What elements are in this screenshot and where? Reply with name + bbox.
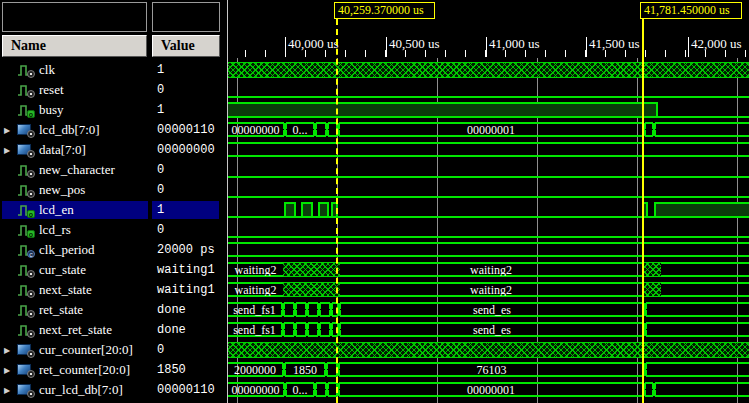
signal-name-label: lcd_rs (39, 222, 71, 238)
cursor-time-label[interactable]: 40,259.370000 us (334, 2, 435, 19)
signal-badge-dot (27, 290, 35, 298)
expand-arrow-icon[interactable]: ▶ (2, 346, 17, 355)
bus-value-label: 00000001 (340, 124, 642, 136)
signal-name-cell[interactable]: ▶ret_counter[20:0] (2, 361, 148, 379)
expand-arrow-icon[interactable]: ▶ (2, 146, 17, 155)
wave-edge (646, 202, 648, 218)
scalar-signal-icon (17, 83, 34, 97)
ruler-major-tick (586, 37, 587, 57)
cursor-line-solid[interactable] (642, 19, 644, 403)
signal-name-cell[interactable]: ▶data[7:0] (2, 141, 148, 159)
expand-arrow-icon[interactable]: ▶ (2, 386, 17, 395)
signal-name-cell[interactable]: olcd_rs (2, 221, 148, 239)
wave-high-fill (655, 204, 749, 216)
signal-badge-dot (27, 370, 35, 378)
signal-value: 1 (152, 101, 219, 119)
signal-name-cell[interactable]: new_character (2, 161, 148, 179)
bus-bottom-rail (285, 315, 293, 317)
wave-low-line (228, 236, 749, 238)
wave-edge (331, 202, 333, 218)
signal-name-cell[interactable]: ▶lcd_db[7:0] (2, 121, 148, 139)
signal-badge-dot (27, 350, 35, 358)
cursor-time-label[interactable]: 41,781.450000 us (640, 2, 742, 19)
signal-name-label: cur_state (39, 262, 86, 278)
signal-name-cell[interactable]: clk (2, 61, 148, 79)
bus-top-rail (285, 302, 293, 304)
signal-row-ret_counter[20:0][interactable]: ▶ret_counter[20:0]1850 (0, 360, 227, 380)
signal-row-cur_lcd_db[7:0][interactable]: ▶cur_lcd_db[7:0]00000110 (0, 380, 227, 400)
scalar-signal-icon (17, 283, 34, 297)
signal-row-cur_state[interactable]: cur_statewaiting1 (0, 260, 227, 280)
signal-row-new_character[interactable]: new_character0 (0, 160, 227, 180)
signal-row-lcd_en[interactable]: olcd_en1 (0, 200, 227, 220)
bus-signal-icon (17, 383, 34, 397)
signal-row-new_pos[interactable]: new_pos0 (0, 180, 227, 200)
bus-bottom-rail (309, 315, 317, 317)
bus-bottom-rail (297, 335, 305, 337)
signal-name-cell[interactable]: obusy (2, 101, 148, 119)
signal-row-reset[interactable]: reset0 (0, 80, 227, 100)
bus-top-rail (321, 302, 329, 304)
signal-name-label: clk (39, 62, 55, 78)
signal-name-label: lcd_db[7:0] (39, 122, 100, 138)
signal-row-cur_counter[20:0][interactable]: ▶cur_counter[20:0]0 (0, 340, 227, 360)
signal-row-clk_period[interactable]: cclk_period20000 ps (0, 240, 227, 260)
bus-bottom-rail (297, 315, 305, 317)
value-column-header[interactable]: Value (152, 35, 220, 57)
signal-name-cell[interactable]: cur_state (2, 261, 148, 279)
signal-name-cell[interactable]: ▶cur_counter[20:0] (2, 341, 148, 359)
signal-row-clk[interactable]: clk1 (0, 60, 227, 80)
bus-hatch-segment (642, 282, 661, 297)
bus-bottom-rail (647, 315, 749, 317)
signal-badge-c: c (27, 250, 35, 258)
ruler-minor-tick (345, 50, 346, 57)
bus-bottom-rail (661, 275, 749, 277)
wave-high-fill (228, 104, 657, 116)
signal-name-label: data[7:0] (39, 142, 86, 158)
name-column-header[interactable]: Name (2, 35, 147, 57)
signal-row-next_ret_state[interactable]: next_ret_statedone (0, 320, 227, 340)
signal-name-cell[interactable]: ▶cur_lcd_db[7:0] (2, 381, 148, 399)
signal-value: 0 (152, 341, 219, 359)
signal-name-cell[interactable]: new_pos (2, 181, 148, 199)
bus-value-label: 0... (287, 384, 313, 396)
signal-row-next_state[interactable]: next_statewaiting1 (0, 280, 227, 300)
signal-row-lcd_db[7:0][interactable]: ▶lcd_db[7:0]00000110 (0, 120, 227, 140)
name-column-top-box (2, 2, 147, 32)
signal-badge-dot (27, 390, 35, 398)
ruler-minor-tick (545, 50, 546, 57)
bus-top-rail (647, 302, 749, 304)
bus-top-rail (317, 122, 325, 124)
ruler-major-tick (386, 37, 387, 57)
expand-arrow-icon[interactable]: ▶ (2, 366, 17, 375)
bus-signal-icon (17, 123, 34, 137)
wave-edge (301, 202, 303, 218)
signal-name-label: new_pos (39, 182, 85, 198)
signal-row-lcd_rs[interactable]: olcd_rs0 (0, 220, 227, 240)
signal-name-cell[interactable]: cclk_period (2, 241, 148, 259)
scalar-signal-icon: o (17, 203, 34, 217)
signal-name-cell[interactable]: olcd_en (2, 201, 148, 219)
bus-bottom-rail (321, 335, 329, 337)
signal-name-cell[interactable]: next_ret_state (2, 321, 148, 339)
signal-row-data[7:0][interactable]: ▶data[7:0]00000000 (0, 140, 227, 160)
scalar-signal-icon: o (17, 223, 34, 237)
signal-name-cell[interactable]: ret_state (2, 301, 148, 319)
wave-edge (294, 202, 296, 218)
scalar-signal-icon (17, 303, 34, 317)
signal-value: done (152, 301, 219, 319)
signal-row-ret_state[interactable]: ret_statedone (0, 300, 227, 320)
wave-edge (311, 202, 313, 218)
bus-top-rail (656, 382, 749, 384)
signal-badge-dot (27, 130, 35, 138)
signal-row-busy[interactable]: obusy1 (0, 100, 227, 120)
bus-bottom-rail (228, 255, 749, 257)
signal-name-cell[interactable]: next_state (2, 281, 148, 299)
signal-value: 1 (152, 201, 219, 219)
cursor-line-dashed[interactable] (336, 19, 338, 403)
expand-arrow-icon[interactable]: ▶ (2, 126, 17, 135)
wave-low-line (228, 196, 749, 198)
bus-value-label: 76103 (340, 364, 643, 376)
signal-name-cell[interactable]: reset (2, 81, 148, 99)
wave-canvas[interactable]: 40,000 us40,500 us41,000 us41,500 us42,0… (228, 0, 749, 403)
